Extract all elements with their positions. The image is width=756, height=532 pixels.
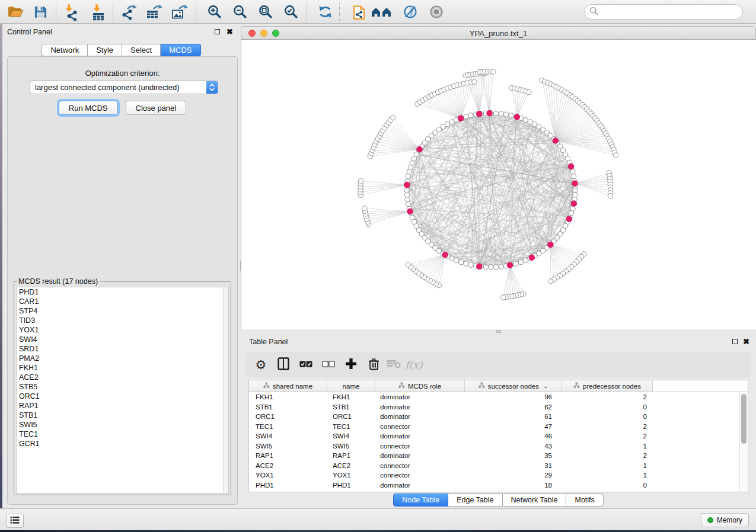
table-cell[interactable]: 31 xyxy=(465,462,562,469)
table-cell[interactable]: 1 xyxy=(562,462,653,469)
table-cell[interactable]: SWI4 xyxy=(249,432,327,440)
mcds-result-item[interactable]: PHD1 xyxy=(17,287,228,297)
tab-mcds[interactable]: MCDS xyxy=(161,44,200,56)
export-image-button[interactable] xyxy=(168,2,190,22)
task-history-button[interactable] xyxy=(6,514,24,528)
search-input[interactable] xyxy=(598,8,742,16)
table-cell[interactable]: FKH1 xyxy=(249,393,327,400)
splitter-grip[interactable] xyxy=(496,330,501,333)
table-cell[interactable]: FKH1 xyxy=(327,393,375,400)
table-row[interactable]: ORC1ORC1dominator610 xyxy=(249,412,748,422)
table-cell[interactable]: SWI5 xyxy=(327,443,375,450)
optimization-criterion-select[interactable]: largest connected component (undirected) xyxy=(30,81,218,94)
table-cell[interactable]: 2 xyxy=(562,423,653,430)
horizontal-splitter[interactable] xyxy=(241,329,756,334)
table-cell[interactable]: PHD1 xyxy=(249,482,327,489)
column-header-predecessor-nodes[interactable]: predecessor nodes xyxy=(562,380,653,392)
clear-table-button[interactable] xyxy=(384,352,404,377)
table-cell[interactable]: connector xyxy=(375,423,465,430)
mcds-result-item[interactable]: STP4 xyxy=(17,306,228,316)
table-row[interactable]: SWI4SWI4dominator462 xyxy=(249,431,748,441)
column-header-name[interactable]: name xyxy=(327,380,375,392)
mcds-result-item[interactable]: SWI5 xyxy=(17,420,228,430)
tab-motifs[interactable]: Motifs xyxy=(566,493,603,507)
table-cell[interactable]: TEC1 xyxy=(249,423,327,430)
mcds-result-item[interactable]: RAP1 xyxy=(17,401,228,411)
node-table-scrollbar[interactable] xyxy=(739,393,747,492)
column-header-successor-nodes[interactable]: successor nodes⌄ xyxy=(465,380,562,392)
table-cell[interactable]: RAP1 xyxy=(327,452,375,459)
table-cell[interactable]: connector xyxy=(375,472,465,479)
table-cell[interactable]: YOX1 xyxy=(249,472,327,479)
mcds-result-item[interactable]: SWI4 xyxy=(17,335,228,344)
table-cell[interactable]: 2 xyxy=(562,393,653,400)
table-cell[interactable]: dominator xyxy=(375,403,465,411)
mcds-result-item[interactable]: SRD1 xyxy=(17,344,228,354)
tab-node-table[interactable]: Node Table xyxy=(393,493,448,507)
table-cell[interactable]: SWI4 xyxy=(327,432,375,440)
export-table-button[interactable] xyxy=(143,2,164,22)
table-cell[interactable]: connector xyxy=(375,462,465,469)
table-panel-float-button[interactable] xyxy=(731,337,739,346)
zoom-fit-button[interactable] xyxy=(255,2,276,22)
share-document-button[interactable] xyxy=(349,2,370,22)
mcds-result-item[interactable]: STB5 xyxy=(17,382,228,392)
table-panel-close-button[interactable]: ✖ xyxy=(742,337,751,346)
table-cell[interactable]: 0 xyxy=(562,403,653,411)
table-row[interactable]: TEC1TEC1connector472 xyxy=(249,422,748,432)
table-cell[interactable]: 18 xyxy=(465,482,562,489)
table-cell[interactable]: 1 xyxy=(562,472,653,479)
show-graphics-details-button[interactable] xyxy=(426,2,447,22)
mcds-result-item[interactable]: PMA2 xyxy=(17,354,228,363)
mcds-result-item[interactable]: GCR1 xyxy=(17,439,228,448)
mcds-result-item[interactable]: TID3 xyxy=(17,316,228,325)
mcds-result-item[interactable]: FKH1 xyxy=(17,363,228,373)
zoom-in-button[interactable] xyxy=(204,2,225,22)
add-column-button[interactable] xyxy=(341,352,361,377)
hide-graphics-details-button[interactable] xyxy=(400,2,421,22)
scrollbar-thumb[interactable] xyxy=(741,394,747,444)
column-header-shared-name[interactable]: shared name xyxy=(249,380,327,392)
table-settings-button[interactable]: ⚙ xyxy=(251,352,271,377)
tab-select[interactable]: Select xyxy=(122,44,161,56)
sort-chevron-icon[interactable]: ⌄ xyxy=(543,383,548,389)
select-all-button[interactable] xyxy=(296,352,316,377)
table-cell[interactable]: YOX1 xyxy=(327,472,375,479)
birdseye-view-button[interactable] xyxy=(371,2,393,22)
table-cell[interactable]: RAP1 xyxy=(249,452,327,459)
table-row[interactable]: SWI5SWI5connector431 xyxy=(249,441,748,451)
table-cell[interactable]: 0 xyxy=(562,413,653,420)
table-cell[interactable]: 0 xyxy=(562,482,653,489)
refresh-view-button[interactable] xyxy=(314,2,336,22)
table-row[interactable]: ACE2ACE2connector311 xyxy=(249,461,748,471)
table-cell[interactable]: dominator xyxy=(375,413,465,420)
mcds-result-list[interactable]: PHD1CAR1STP4TID3YOX1SWI4SRD1PMA2FKH1ACE2… xyxy=(16,287,229,493)
table-cell[interactable]: STB1 xyxy=(249,403,327,411)
table-cell[interactable]: ORC1 xyxy=(327,413,375,420)
network-graph[interactable] xyxy=(241,40,756,329)
run-mcds-button[interactable]: Run MCDS xyxy=(59,101,118,115)
import-table-button[interactable] xyxy=(87,2,108,22)
table-cell[interactable]: PHD1 xyxy=(327,482,375,489)
table-cell[interactable]: ORC1 xyxy=(249,413,327,420)
table-row[interactable]: FKH1FKH1dominator962 xyxy=(249,392,748,402)
table-cell[interactable]: connector xyxy=(375,443,465,450)
table-cell[interactable]: 35 xyxy=(465,452,562,459)
mcds-result-item[interactable]: ORC1 xyxy=(17,392,228,401)
mcds-result-item[interactable]: TEC1 xyxy=(17,430,228,439)
control-panel-close-button[interactable]: ✖ xyxy=(225,27,234,36)
table-cell[interactable]: dominator xyxy=(375,393,465,400)
save-session-button[interactable] xyxy=(30,2,51,22)
mcds-result-item[interactable]: ACE2 xyxy=(17,373,228,382)
import-network-button[interactable] xyxy=(60,2,82,22)
network-window-titlebar[interactable]: YPA_prune.txt_1 xyxy=(241,26,756,40)
table-cell[interactable]: dominator xyxy=(375,452,465,459)
zoom-out-button[interactable] xyxy=(229,2,251,22)
search-box[interactable] xyxy=(584,4,743,20)
table-cell[interactable]: ACE2 xyxy=(327,462,375,469)
table-row[interactable]: RAP1RAP1dominator352 xyxy=(249,451,748,461)
tab-style[interactable]: Style xyxy=(88,44,122,56)
function-builder-button[interactable]: f(x) xyxy=(404,352,424,377)
tab-edge-table[interactable]: Edge Table xyxy=(448,493,502,507)
table-cell[interactable]: 47 xyxy=(465,423,562,430)
